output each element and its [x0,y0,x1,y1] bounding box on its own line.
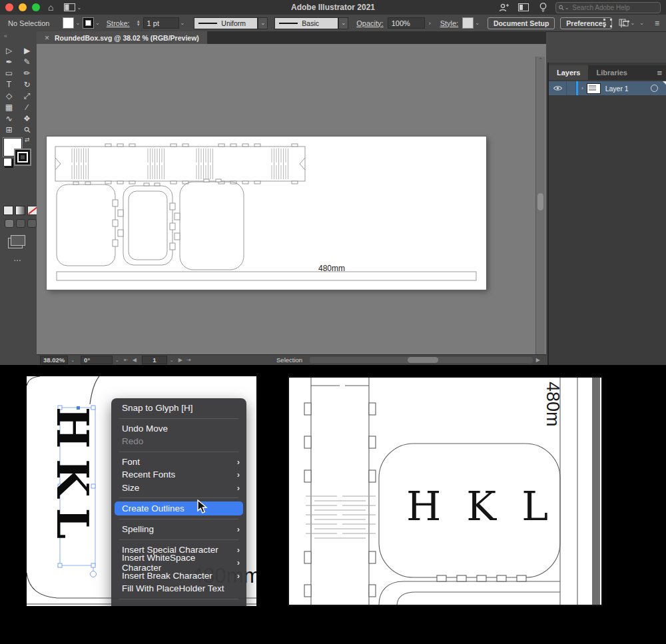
minimize-window-button[interactable] [19,3,27,11]
layer-name[interactable]: Layer 1 [605,85,651,93]
menu-item-insert-break-character[interactable]: Insert Break Character› [111,569,246,583]
opacity-field[interactable]: 100% [388,17,425,29]
swap-fill-stroke-icon[interactable]: ⇄ [25,137,30,143]
artboard-chevron-icon[interactable]: ⌄ [170,358,174,363]
direct-selection-tool-icon[interactable]: ▶ [20,46,35,55]
menu-item-size[interactable]: Size› [111,482,246,495]
stroke-weight-chevron-icon[interactable]: ⌄ [180,20,185,26]
fill-stroke-control[interactable]: ⇄ [3,138,34,168]
type-tool-icon[interactable]: T [2,80,17,89]
scale-tool-icon[interactable]: ⤢ [20,91,35,101]
share-user-icon[interactable] [499,3,509,13]
last-artboard-icon[interactable]: ⇥ [186,357,191,363]
stroke-weight-field[interactable]: 1 pt [143,17,179,29]
opacity-label[interactable]: Opacity: [356,19,383,27]
layer-expand-icon[interactable]: › [581,85,583,91]
brush-definition-dropdown[interactable]: Basic [274,17,338,29]
horizontal-scrollbar[interactable] [310,357,533,363]
stroke-chevron-icon[interactable]: ⌄ [95,20,100,26]
artboard-number-field[interactable]: 1 [142,356,167,364]
zoom-level-field[interactable]: 38.02% [40,356,68,364]
stroke-color-swatch[interactable] [83,17,94,29]
menu-item-font[interactable]: Font› [111,456,246,469]
layer-target-icon[interactable] [651,85,658,92]
hscroll-right-icon[interactable]: ▶ [536,357,540,363]
none-mode-button[interactable] [27,206,37,215]
style-label[interactable]: Style: [440,19,459,27]
panel-list-icon[interactable]: ≡ [655,19,659,28]
zoom-chevron-icon[interactable]: ⌄ [71,358,75,363]
next-artboard-icon[interactable]: ▶ [178,357,182,363]
stroke-proxy-swatch[interactable] [14,149,31,166]
stroke-weight-stepper[interactable]: ▲▼ [137,20,141,27]
document-tab[interactable]: × RoundedBox.svg @ 38.02 % (RGB/Preview) [37,31,207,44]
eraser-tool-icon[interactable]: ◇ [2,91,17,101]
zoom-tool-icon[interactable]: ⚲ [19,121,35,138]
menu-item-fill-with-placeholder-text[interactable]: Fill With PlaceHolder Text [111,582,246,595]
canvas[interactable]: 480mm ⌃ ⌄ [37,44,546,355]
style-swatch[interactable] [462,17,474,29]
style-chevron-icon[interactable]: ⌄ [475,20,480,26]
fill-color-swatch[interactable] [63,17,74,29]
application-frame-icon[interactable] [603,19,612,27]
workspace-chevron-icon[interactable]: ⌄ [77,5,81,11]
first-artboard-icon[interactable]: ⇤ [124,357,129,363]
search-input[interactable] [571,3,657,12]
panel-menu-icon[interactable]: ≡ [657,68,662,78]
scroll-up-icon[interactable]: ⌃ [536,57,545,63]
artboard-tool-icon[interactable]: ⊞ [2,125,17,135]
pen-tool-icon[interactable]: ✒ [2,57,17,67]
draw-normal-button[interactable] [5,219,14,228]
rectangle-tool-icon[interactable]: ▭ [2,69,17,78]
visibility-eye-icon[interactable] [549,81,567,95]
eyedropper-tool-icon[interactable]: ∕ [20,103,35,112]
screen-mode-button[interactable] [11,235,25,246]
close-tab-icon[interactable]: × [45,33,49,43]
workspace-switcher-icon[interactable] [64,3,75,11]
align-options-icon[interactable] [620,19,630,27]
shaper-tool-icon[interactable]: ∿ [2,114,17,123]
collapse-tools-icon[interactable]: « [4,33,7,39]
tab-layers[interactable]: Layers [549,65,588,80]
search-scope-chevron-icon[interactable]: ⌄ [565,5,569,11]
menu-item-undo-move[interactable]: Undo Move [111,422,246,436]
vertical-scrollbar[interactable]: ⌃ ⌄ [535,57,545,355]
fill-color-mode-button[interactable] [3,206,13,215]
menu-item-transform[interactable]: Transform› [111,603,246,607]
edit-toolbar-ellipsis-icon[interactable]: … [13,254,21,263]
stroke-label[interactable]: Stroke: [107,19,130,27]
menu-item-recent-fonts[interactable]: Recent Fonts› [111,468,246,482]
tab-libraries[interactable]: Libraries [588,65,635,80]
curvature-tool-icon[interactable]: ✎ [20,57,35,67]
home-icon[interactable]: ⌂ [48,0,53,15]
selection-tool-icon[interactable]: ▷ [2,46,17,55]
menu-item-create-outlines[interactable]: Create Outlines [115,501,243,515]
rotate-tool-icon[interactable]: ↻ [20,80,35,89]
document-setup-button[interactable]: Document Setup [488,17,555,29]
layer-row[interactable]: › Layer 1 [549,81,666,95]
close-window-button[interactable] [5,3,13,11]
draw-behind-button[interactable] [16,219,25,228]
align-chevron-icon[interactable]: ⌄ [639,20,644,26]
gradient-tool-icon[interactable]: ▦ [2,103,17,112]
symbol-sprayer-tool-icon[interactable]: ❖ [20,114,35,123]
lock-cell[interactable] [567,81,576,95]
opacity-chevron-icon[interactable]: › [429,20,431,27]
vertical-scroll-thumb[interactable] [537,193,543,210]
menu-item-insert-whitespace-character[interactable]: Insert WhiteSpace Character› [111,556,246,569]
paintbrush-tool-icon[interactable]: ✏ [20,69,35,78]
gradient-mode-button[interactable] [15,206,25,215]
horizontal-scroll-thumb[interactable] [408,357,438,363]
default-fill-stroke-icon[interactable] [3,158,12,166]
variable-width-profile-dropdown[interactable]: Uniform [194,17,258,29]
artboard[interactable]: 480mm [47,137,486,290]
draw-inside-button[interactable] [27,219,37,228]
rotated-hkl-text[interactable]: HKL [49,407,96,573]
rotation-chevron-icon[interactable]: ⌄ [115,358,119,363]
rotation-field[interactable]: 0° [81,356,113,364]
menu-item-snap-to-glyph[interactable]: Snap to Glyph [H] [111,402,246,415]
discover-lightbulb-icon[interactable] [539,2,547,13]
fill-chevron-icon[interactable]: ⌄ [75,20,80,26]
zoom-window-button[interactable] [32,3,40,11]
width-profile-chevron-icon[interactable]: ⌄ [258,17,268,29]
